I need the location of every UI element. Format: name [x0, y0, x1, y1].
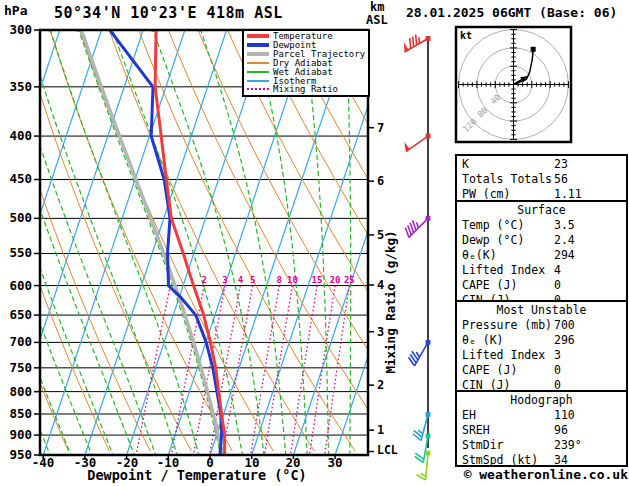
panel-row-value: 4 [554, 263, 561, 277]
pressure-tick-label: 750 [2, 362, 32, 375]
panel-row-value: 110 [554, 408, 575, 422]
station-title: 50°34'N 10°23'E 418m ASL [54, 6, 283, 21]
mixing-ratio-label: 2 [201, 275, 206, 285]
mixing-ratio-label: 8 [277, 275, 282, 285]
panel-row: StmDir239° [457, 437, 626, 452]
legend-swatch-mixing-ratio [247, 88, 269, 90]
pressure-axis-unit: hPa [4, 4, 27, 17]
mixing-ratio-label: 3 [222, 275, 227, 285]
panel-row-value: 2.4 [554, 233, 575, 247]
mixing-ratio-label: 5 [250, 275, 255, 285]
panel-row: CAPE (J)0 [457, 362, 626, 377]
mixing-ratio-label: 20 [330, 275, 341, 285]
lcl-label: LCL [377, 445, 398, 457]
panel-row-value: 1.11 [554, 187, 582, 201]
legend-swatch-isotherm [247, 80, 269, 82]
panel-row-label: Totals Totals [462, 172, 552, 186]
panel-row-label: StmSpd (kt) [462, 453, 538, 467]
panel-row-label: SREH [462, 423, 490, 437]
altitude-unit-km: km [370, 1, 384, 13]
panel-row-label: Pressure (mb) [462, 318, 552, 332]
hodograph-top-marker [531, 47, 536, 52]
wind-barb [405, 216, 430, 237]
panel-row: Lifted Index4 [457, 262, 626, 277]
x-axis-label: Dewpoint / Temperature (°C) [57, 469, 337, 483]
pressure-tick-label: 800 [2, 386, 32, 399]
hodograph-unit-label: kt [460, 31, 472, 41]
panel-row: K23 [457, 156, 626, 171]
panel-row-label: PW (cm) [462, 187, 510, 201]
panel-box-surface: SurfaceTemp (°C)3.5Dewp (°C)2.4θₑ(K)294L… [455, 200, 628, 304]
panel-row: Lifted Index3 [457, 347, 626, 362]
temp-tick-label: -40 [26, 457, 60, 470]
mixing-ratio-label: 15 [312, 275, 323, 285]
pressure-tick-label: 300 [2, 24, 32, 37]
legend-item: Dewpoint [244, 41, 368, 49]
panel-row-label: Dewp (°C) [462, 233, 524, 247]
pressure-tick-label: 400 [2, 130, 32, 143]
legend-item: Dry Adiabat [244, 59, 368, 67]
panel-box: K23Totals Totals56PW (cm)1.11 [455, 154, 628, 204]
panel-box-most-unstable: Most UnstablePressure (mb)700θₑ (K)296Li… [455, 300, 628, 394]
panel-row: Totals Totals56 [457, 171, 626, 186]
mixing-ratio-line [251, 286, 280, 455]
panel-row-label: Lifted Index [462, 348, 545, 362]
panel-row-value: 700 [554, 318, 575, 332]
legend-swatch-wet-adiabat [247, 71, 269, 73]
pressure-tick-label: 650 [2, 309, 32, 322]
hodograph: 4080120 [456, 27, 571, 142]
panel-row-value: 296 [554, 333, 575, 347]
wind-barb [404, 134, 430, 152]
legend-swatch-temperature [247, 34, 269, 38]
panel-row-value: 23 [554, 157, 568, 171]
panel-row-label: Lifted Index [462, 263, 545, 277]
mixing-ratio-label: 25 [344, 275, 355, 285]
panel-row-label: EH [462, 408, 476, 422]
panel-row-label: CAPE (J) [462, 278, 517, 292]
panel-row-value: 96 [554, 423, 568, 437]
km-tick-label: 7 [377, 122, 384, 134]
panel-row-value: 239° [554, 438, 582, 452]
legend-swatch-dry-adiabat [247, 62, 269, 64]
pressure-tick-label: 500 [2, 212, 32, 225]
panel-row-value: 3 [554, 348, 561, 362]
pressure-tick-label: 450 [2, 173, 32, 186]
pressure-tick-label: 900 [2, 429, 32, 442]
panel-row-value: 0 [554, 278, 561, 292]
skewt-screenshot: 23458101520254080120 hPa 50°34'N 10°23'E… [0, 0, 629, 486]
panel-row-label: Temp (°C) [462, 218, 524, 232]
wind-barb [404, 35, 431, 52]
altitude-unit-asl: ASL [366, 14, 388, 26]
mixing-ratio-line [291, 286, 318, 455]
panel-row-label: θₑ (K) [462, 333, 504, 347]
panel-row: SREH96 [457, 422, 626, 437]
panel-row-value: 56 [554, 172, 568, 186]
panel-row: θₑ (K)296 [457, 332, 626, 347]
panel-row: Pressure (mb)700 [457, 317, 626, 332]
pressure-tick-label: 550 [2, 247, 32, 260]
pressure-tick-label: 850 [2, 408, 32, 421]
mixing-ratio-axis-label: Mixing Ratio (g/kg) [385, 231, 398, 374]
legend-label: Mixing Ratio [273, 84, 338, 94]
mixing-ratio-label: 4 [238, 275, 244, 285]
legend-item: Parcel Trajectory [244, 50, 368, 58]
panel-row-label: StmDir [462, 438, 504, 452]
panel-row: EH110 [457, 407, 626, 422]
panel-row: Dewp (°C)2.4 [457, 232, 626, 247]
panel-row: CAPE (J)0 [457, 277, 626, 292]
copyright: © weatheronline.co.uk [428, 468, 628, 481]
panel-box-title: Surface [457, 202, 626, 217]
mixing-ratio-label: 10 [287, 275, 298, 285]
km-tick-label: 2 [377, 379, 384, 391]
panel-row-value: 294 [554, 248, 575, 262]
temp-tick-label: 30 [318, 457, 352, 470]
panel-row-value: 3.5 [554, 218, 575, 232]
legend: TemperatureDewpointParcel TrajectoryDry … [242, 29, 370, 97]
panel-box-title: Hodograph [457, 392, 626, 407]
panel-row-label: CAPE (J) [462, 363, 517, 377]
panel-row-value: 0 [554, 363, 561, 377]
km-tick-label: 6 [377, 175, 384, 187]
legend-item: Wet Adiabat [244, 68, 368, 76]
wet-adiabat-line [47, 30, 210, 467]
panel-row: PW (cm)1.11 [457, 186, 626, 201]
